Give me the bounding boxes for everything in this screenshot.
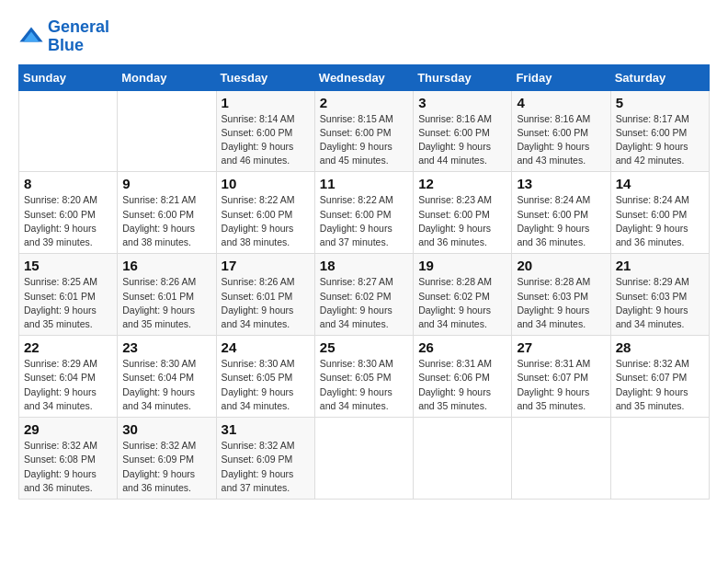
day-info: Sunrise: 8:16 AMSunset: 6:00 PMDaylight:… [418,112,506,168]
calendar-cell: 23Sunrise: 8:30 AMSunset: 6:04 PMDayligh… [118,336,216,418]
day-info: Sunrise: 8:17 AMSunset: 6:00 PMDaylight:… [616,112,704,168]
calendar-cell: 5Sunrise: 8:17 AMSunset: 6:00 PMDaylight… [610,90,709,172]
calendar-cell: 19Sunrise: 8:28 AMSunset: 6:02 PMDayligh… [414,254,512,336]
calendar-cell: 3Sunrise: 8:16 AMSunset: 6:00 PMDaylight… [414,90,512,172]
calendar-cell: 20Sunrise: 8:28 AMSunset: 6:03 PMDayligh… [512,254,610,336]
day-number: 5 [616,95,704,110]
calendar-cell: 31Sunrise: 8:32 AMSunset: 6:09 PMDayligh… [216,418,314,500]
day-number: 4 [517,95,605,110]
calendar-cell [610,418,709,500]
calendar-table: SundayMondayTuesdayWednesdayThursdayFrid… [18,64,710,500]
calendar-cell: 10Sunrise: 8:22 AMSunset: 6:00 PMDayligh… [216,172,314,254]
day-info: Sunrise: 8:22 AMSunset: 6:00 PMDaylight:… [320,193,408,249]
day-info: Sunrise: 8:29 AMSunset: 6:03 PMDaylight:… [616,275,704,331]
day-info: Sunrise: 8:31 AMSunset: 6:06 PMDaylight:… [418,357,506,413]
day-info: Sunrise: 8:23 AMSunset: 6:00 PMDaylight:… [418,193,506,249]
calendar-body: 1Sunrise: 8:14 AMSunset: 6:00 PMDaylight… [19,90,710,499]
day-number: 22 [24,339,112,355]
calendar-cell: 24Sunrise: 8:30 AMSunset: 6:05 PMDayligh… [216,336,314,418]
day-number: 18 [320,258,408,273]
calendar-cell: 8Sunrise: 8:20 AMSunset: 6:00 PMDaylight… [19,172,118,254]
day-number: 9 [122,176,210,191]
day-number: 19 [418,258,506,273]
calendar-cell: 1Sunrise: 8:14 AMSunset: 6:00 PMDaylight… [216,90,314,172]
day-info: Sunrise: 8:30 AMSunset: 6:05 PMDaylight:… [320,357,408,413]
calendar-cell: 2Sunrise: 8:15 AMSunset: 6:00 PMDaylight… [314,90,413,172]
day-info: Sunrise: 8:28 AMSunset: 6:02 PMDaylight:… [418,275,506,331]
calendar-cell [19,90,118,172]
day-number: 24 [222,339,310,355]
weekday-header: Monday [118,64,216,90]
header: General Blue [18,18,710,55]
calendar-week-row: 29Sunrise: 8:32 AMSunset: 6:08 PMDayligh… [19,418,710,500]
day-number: 3 [418,95,506,110]
day-number: 20 [517,258,605,273]
logo-icon [18,24,44,50]
day-number: 29 [24,421,112,437]
day-number: 27 [517,339,605,355]
day-info: Sunrise: 8:32 AMSunset: 6:08 PMDaylight:… [24,439,112,495]
weekday-header: Sunday [19,64,118,90]
day-info: Sunrise: 8:26 AMSunset: 6:01 PMDaylight:… [122,275,210,331]
calendar-cell [118,90,216,172]
day-info: Sunrise: 8:24 AMSunset: 6:00 PMDaylight:… [517,193,605,249]
calendar-cell: 9Sunrise: 8:21 AMSunset: 6:00 PMDaylight… [118,172,216,254]
day-number: 26 [418,339,506,355]
day-info: Sunrise: 8:24 AMSunset: 6:00 PMDaylight:… [616,193,704,249]
day-info: Sunrise: 8:14 AMSunset: 6:00 PMDaylight:… [222,112,310,168]
day-info: Sunrise: 8:32 AMSunset: 6:09 PMDaylight:… [222,439,310,495]
day-info: Sunrise: 8:15 AMSunset: 6:00 PMDaylight:… [320,112,408,168]
calendar-cell: 4Sunrise: 8:16 AMSunset: 6:00 PMDaylight… [512,90,610,172]
calendar-cell: 12Sunrise: 8:23 AMSunset: 6:00 PMDayligh… [414,172,512,254]
day-info: Sunrise: 8:29 AMSunset: 6:04 PMDaylight:… [24,357,112,413]
day-number: 23 [122,339,210,355]
day-number: 16 [122,258,210,273]
day-info: Sunrise: 8:32 AMSunset: 6:07 PMDaylight:… [616,357,704,413]
day-info: Sunrise: 8:21 AMSunset: 6:00 PMDaylight:… [122,193,210,249]
day-number: 8 [24,176,112,191]
logo-text: General Blue [48,18,109,55]
calendar-cell: 13Sunrise: 8:24 AMSunset: 6:00 PMDayligh… [512,172,610,254]
calendar-week-row: 15Sunrise: 8:25 AMSunset: 6:01 PMDayligh… [19,254,710,336]
calendar-cell: 21Sunrise: 8:29 AMSunset: 6:03 PMDayligh… [610,254,709,336]
calendar-cell [314,418,413,500]
weekday-header: Thursday [414,64,512,90]
day-number: 2 [320,95,408,110]
calendar-cell: 17Sunrise: 8:26 AMSunset: 6:01 PMDayligh… [216,254,314,336]
day-number: 31 [222,421,310,437]
day-info: Sunrise: 8:16 AMSunset: 6:00 PMDaylight:… [517,112,605,168]
calendar-cell [414,418,512,500]
day-info: Sunrise: 8:25 AMSunset: 6:01 PMDaylight:… [24,275,112,331]
day-info: Sunrise: 8:32 AMSunset: 6:09 PMDaylight:… [122,439,210,495]
day-number: 12 [418,176,506,191]
calendar-cell: 27Sunrise: 8:31 AMSunset: 6:07 PMDayligh… [512,336,610,418]
calendar-cell: 26Sunrise: 8:31 AMSunset: 6:06 PMDayligh… [414,336,512,418]
weekday-header: Tuesday [216,64,314,90]
day-info: Sunrise: 8:26 AMSunset: 6:01 PMDaylight:… [222,275,310,331]
weekday-header: Wednesday [314,64,413,90]
day-info: Sunrise: 8:22 AMSunset: 6:00 PMDaylight:… [222,193,310,249]
calendar-cell: 28Sunrise: 8:32 AMSunset: 6:07 PMDayligh… [610,336,709,418]
calendar-cell: 14Sunrise: 8:24 AMSunset: 6:00 PMDayligh… [610,172,709,254]
calendar-cell: 16Sunrise: 8:26 AMSunset: 6:01 PMDayligh… [118,254,216,336]
day-number: 17 [222,258,310,273]
day-info: Sunrise: 8:30 AMSunset: 6:05 PMDaylight:… [222,357,310,413]
day-number: 25 [320,339,408,355]
calendar-cell [512,418,610,500]
calendar-cell: 25Sunrise: 8:30 AMSunset: 6:05 PMDayligh… [314,336,413,418]
day-info: Sunrise: 8:30 AMSunset: 6:04 PMDaylight:… [122,357,210,413]
calendar-cell: 15Sunrise: 8:25 AMSunset: 6:01 PMDayligh… [19,254,118,336]
day-number: 14 [616,176,704,191]
day-number: 15 [24,258,112,273]
day-number: 1 [222,95,310,110]
day-number: 10 [222,176,310,191]
day-info: Sunrise: 8:27 AMSunset: 6:02 PMDaylight:… [320,275,408,331]
day-info: Sunrise: 8:31 AMSunset: 6:07 PMDaylight:… [517,357,605,413]
calendar-cell: 30Sunrise: 8:32 AMSunset: 6:09 PMDayligh… [118,418,216,500]
logo: General Blue [18,18,109,55]
calendar-cell: 11Sunrise: 8:22 AMSunset: 6:00 PMDayligh… [314,172,413,254]
calendar-week-row: 8Sunrise: 8:20 AMSunset: 6:00 PMDaylight… [19,172,710,254]
day-info: Sunrise: 8:20 AMSunset: 6:00 PMDaylight:… [24,193,112,249]
weekday-header: Friday [512,64,610,90]
header-row: SundayMondayTuesdayWednesdayThursdayFrid… [19,64,710,90]
